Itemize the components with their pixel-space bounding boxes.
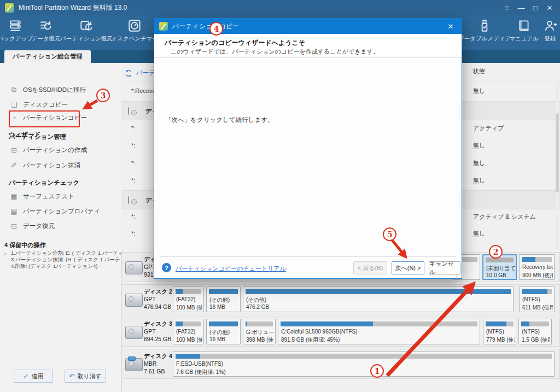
undo-button[interactable]: ↶ 取り消す xyxy=(65,370,106,383)
dialog-footer-divider xyxy=(160,256,456,257)
sidebar-item-create-partition[interactable]: ⊞ パーティションの作成 xyxy=(10,146,87,154)
partition-properties-icon: ▤ xyxy=(10,207,18,215)
row-status: 無し xyxy=(473,141,485,149)
next-button[interactable]: 次へ(N) > xyxy=(392,261,424,274)
sidebar-item-label: パーティションコピー xyxy=(23,114,87,122)
disk3-partition-2[interactable]: (その他) 16 MB xyxy=(206,319,241,344)
dialog-body-text: 「次へ」をクリックして続行します。 xyxy=(165,116,273,124)
disk3-partition-5[interactable]: (NTFS) 779 MB (使用 xyxy=(483,319,516,344)
disk-map-row-4: ディスク 4 MBR 7.61 GB F:ESD-USB(NTFS) 7.6 G… xyxy=(121,349,560,379)
apply-button-label: 適用 xyxy=(32,372,44,381)
sidebar-item-label: サーフェステスト xyxy=(23,192,74,201)
disk4-partition-1[interactable]: F:ESD-USB(NTFS) 7.6 GB (使用済: 1%) xyxy=(173,351,555,377)
backup-icon xyxy=(8,19,22,33)
disk3-partition-1[interactable]: (FAT32) 100 MB (使用 xyxy=(173,319,204,344)
data-recovery-small-icon: ⊟ xyxy=(10,222,18,230)
table-scrollbar-thumb[interactable] xyxy=(556,113,559,192)
disk2-partition-3[interactable]: (その他) 476.2 GB xyxy=(243,286,514,312)
sidebar-item-partition-properties[interactable]: ▤ パーティションプロパティ xyxy=(10,207,100,215)
create-partition-icon: ⊞ xyxy=(10,146,18,154)
check-icon: ✓ xyxy=(23,372,28,380)
disk-icon xyxy=(128,107,129,115)
bootable-media-icon xyxy=(477,19,492,33)
disk2-label: ディスク 2 GPT 476.94 GB xyxy=(144,288,172,311)
sidebar-section-check: パーティションチェック xyxy=(9,179,79,187)
dialog-subheading: このウィザードでは、パーティションのコピーを作成することができます。 xyxy=(171,48,379,56)
row-name: *: xyxy=(131,230,135,237)
sidebar: ウィザード ⧉ OSをSSD/HDDに移行 ❏ ディスクコピー ◔ パーティショ… xyxy=(0,63,122,392)
row-name: *: xyxy=(131,125,135,131)
dialog-close-icon[interactable]: ✕ xyxy=(440,22,462,31)
menu-icon[interactable]: ≡ xyxy=(501,4,513,12)
title-bar: MiniTool Partition Wizard 無料版 13.0 ≡ — □… xyxy=(0,0,560,15)
partition-copy-icon: ◔ xyxy=(10,114,18,122)
pending-operations-title: 4 保留中の操作 xyxy=(4,241,45,249)
toolbar-bootable-media-button[interactable]: ブータブルメディア xyxy=(464,19,505,43)
sidebar-item-label: ディスクコピー xyxy=(23,101,68,109)
disk3-label: ディスク 3 GPT 894.25 GB xyxy=(144,320,172,343)
surface-test-icon: ▦ xyxy=(10,192,18,201)
dialog-title-bar: パーティションコピー ✕ xyxy=(154,19,462,34)
sidebar-item-wipe-partition[interactable]: ✐ パーティション抹消 xyxy=(10,161,80,169)
disk3-icon xyxy=(125,326,143,339)
row-name: *: xyxy=(131,160,135,166)
dialog-heading: パーティションのコピーウィザードへようこそ xyxy=(165,38,305,48)
dialog-title: パーティションコピー xyxy=(172,22,239,31)
disk4-usb-icon xyxy=(125,358,143,371)
row-status: 無し xyxy=(473,230,485,238)
row-name: *: xyxy=(131,142,135,149)
row-name: *: xyxy=(131,177,135,184)
disk2-partition-2[interactable]: (その他) 16 MB xyxy=(206,286,241,312)
toolbar-register-button[interactable]: 登録 xyxy=(529,19,560,43)
chevron-right-icon[interactable]: > xyxy=(4,251,7,256)
dialog-wizard-logo-icon xyxy=(159,22,168,31)
disk3-partition-c[interactable]: C:Coloful SL500 960GB(NTFS) 891.5 GB (使用… xyxy=(278,319,480,344)
help-icon[interactable]: ? xyxy=(162,263,171,272)
disk3-partition-6[interactable]: (NTFS) 1.5 GB (使用済: xyxy=(518,319,552,344)
disk-benchmark-icon xyxy=(127,19,142,33)
toolbar-data-recovery-label: データ復元 xyxy=(32,35,61,43)
undo-button-label: 取り消す xyxy=(77,372,102,381)
tab-partition-management[interactable]: パーティション総合管理 xyxy=(4,50,91,63)
wipe-partition-icon: ✐ xyxy=(10,161,18,169)
disk2-partition-1[interactable]: (FAT32) 100 MB (使用 xyxy=(173,286,204,312)
disk4-label: ディスク 4 MBR 7.61 GB xyxy=(144,352,172,375)
sidebar-item-data-recovery[interactable]: ⊟ データ復元 xyxy=(10,222,55,230)
toolbar-partition-recovery-button[interactable]: パーティション復元 xyxy=(66,19,107,43)
refresh-icon xyxy=(125,69,132,77)
maximize-icon[interactable]: □ xyxy=(529,4,541,12)
back-button[interactable]: < 戻る(B) xyxy=(353,261,387,274)
disk-map-row-3: ディスク 3 GPT 894.25 GB (FAT32) 100 MB (使用 … xyxy=(121,317,560,347)
row-name: *: xyxy=(131,213,135,220)
partition-recovery-icon xyxy=(79,19,94,33)
tutorial-link[interactable]: パーティションコピーのチュートリアル xyxy=(176,265,286,273)
dialog-header: パーティションのコピーウィザードへようこそ このウィザードでは、パーティションの… xyxy=(154,34,462,58)
disk1-partition-recovery[interactable]: Recovery too 900 MB (使用 xyxy=(519,254,555,280)
sidebar-item-label: パーティションプロパティ xyxy=(23,207,100,215)
disk1-partition-unallocated[interactable]: (未割り当て) 10.0 GB xyxy=(482,254,517,280)
disk2-partition-4[interactable]: (NTFS) 611 MB (使用 xyxy=(519,286,555,312)
disk3-partition-g[interactable]: G:ボリューム(N 398 MB (使用 xyxy=(243,319,276,344)
resize-grip[interactable]: ⋰ xyxy=(456,273,460,277)
row-status: アクティブ & システム xyxy=(473,213,536,221)
sidebar-item-partition-copy[interactable]: ◔ パーティションコピー xyxy=(10,114,87,122)
minitool-partition-wizard-window: MiniTool Partition Wizard 無料版 13.0 ≡ — □… xyxy=(0,0,560,392)
disk1-icon xyxy=(125,261,143,274)
sidebar-item-label: OSをSSD/HDDに移行 xyxy=(23,86,86,94)
toolbar-disk-benchmark-button[interactable]: ディスクベンチマーク xyxy=(114,19,155,43)
apply-button[interactable]: ✓ 適用 xyxy=(14,370,53,383)
row-status: アクティブ xyxy=(473,124,504,132)
pending-operation-item: 4.削除: (ディスク 1パーティション4) xyxy=(11,263,97,270)
row-status: 無し xyxy=(473,159,485,167)
disk-map-row-2: ディスク 2 GPT 476.94 GB (FAT32) 100 MB (使用 … xyxy=(121,284,560,314)
sidebar-item-migrate-os[interactable]: ⧉ OSをSSD/HDDに移行 xyxy=(10,85,86,94)
column-header-status[interactable]: 状態 xyxy=(473,67,485,75)
minimize-icon[interactable]: — xyxy=(515,4,527,12)
close-icon[interactable]: ✕ xyxy=(544,4,556,12)
sidebar-item-disk-copy[interactable]: ❏ ディスクコピー xyxy=(10,101,68,109)
row-status: 無し xyxy=(473,87,485,95)
sidebar-item-label: データ復元 xyxy=(23,222,55,230)
window-title: MiniTool Partition Wizard 無料版 13.0 xyxy=(19,3,127,13)
sidebar-section-mgmt: パーティション管理 xyxy=(9,133,66,141)
sidebar-item-surface-test[interactable]: ▦ サーフェステスト xyxy=(10,192,74,201)
